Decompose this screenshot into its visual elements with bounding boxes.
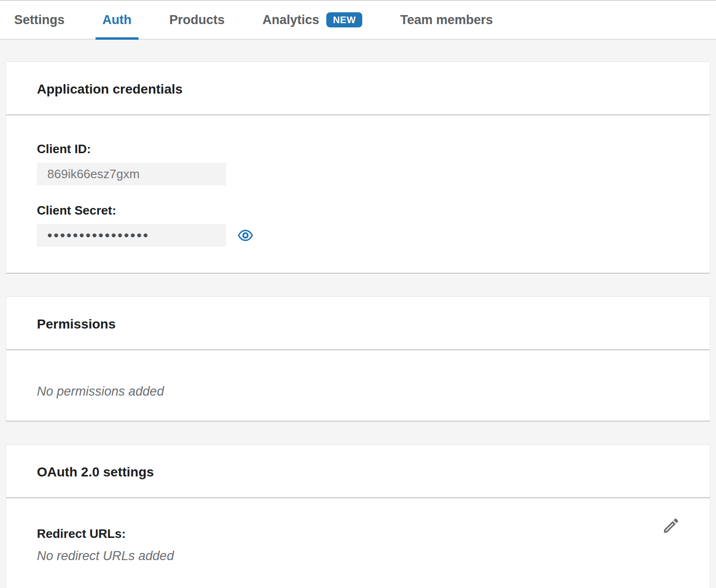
application-credentials-header: Application credentials — [6, 62, 710, 115]
client-secret-row: •••••••••••••••• — [37, 224, 679, 247]
permissions-empty-text: No permissions added — [37, 384, 679, 399]
tab-analytics[interactable]: Analytics NEW — [255, 1, 369, 39]
tab-auth[interactable]: Auth — [96, 1, 139, 39]
client-id-value: 869ik66esz7gxm — [47, 167, 140, 182]
tab-products-label: Products — [169, 13, 225, 27]
permissions-body: No permissions added — [6, 350, 710, 421]
tab-bar: Settings Auth Products Analytics NEW Tea… — [0, 0, 716, 40]
edit-redirect-urls-button[interactable] — [662, 516, 681, 535]
oauth-settings-body: Redirect URLs: No redirect URLs added — [6, 498, 710, 588]
new-badge: NEW — [326, 12, 362, 27]
application-credentials-body: Client ID: 869ik66esz7gxm Client Secret:… — [6, 115, 710, 273]
redirect-urls-label: Redirect URLs: — [37, 527, 174, 541]
application-credentials-card: Application credentials Client ID: 869ik… — [6, 61, 710, 274]
eye-icon — [237, 227, 253, 243]
tab-products[interactable]: Products — [162, 1, 232, 39]
oauth-settings-title: OAuth 2.0 settings — [37, 464, 679, 480]
tab-analytics-label: Analytics — [262, 13, 319, 27]
permissions-header: Permissions — [6, 297, 710, 350]
client-secret-field[interactable]: •••••••••••••••• — [37, 224, 226, 247]
tab-team-members-label: Team members — [400, 13, 493, 27]
client-secret-masked-value: •••••••••••••••• — [47, 225, 149, 246]
main-content: Application credentials Client ID: 869ik… — [0, 40, 716, 588]
permissions-card: Permissions No permissions added — [6, 296, 710, 422]
oauth-settings-header: OAuth 2.0 settings — [6, 445, 710, 498]
tab-settings-label: Settings — [14, 13, 65, 27]
redirect-urls-empty-text: No redirect URLs added — [37, 548, 174, 563]
client-id-label: Client ID: — [37, 142, 679, 156]
pencil-icon — [662, 516, 681, 535]
application-credentials-title: Application credentials — [37, 81, 679, 97]
permissions-title: Permissions — [37, 316, 679, 332]
tab-team-members[interactable]: Team members — [393, 1, 500, 39]
client-secret-label: Client Secret: — [37, 203, 679, 217]
redirect-urls-block: Redirect URLs: No redirect URLs added — [37, 527, 174, 563]
client-id-field[interactable]: 869ik66esz7gxm — [37, 163, 226, 185]
reveal-secret-button[interactable] — [237, 227, 253, 243]
oauth-settings-card: OAuth 2.0 settings Redirect URLs: No red… — [6, 444, 710, 588]
tab-auth-label: Auth — [103, 13, 131, 27]
tab-settings[interactable]: Settings — [7, 1, 72, 39]
